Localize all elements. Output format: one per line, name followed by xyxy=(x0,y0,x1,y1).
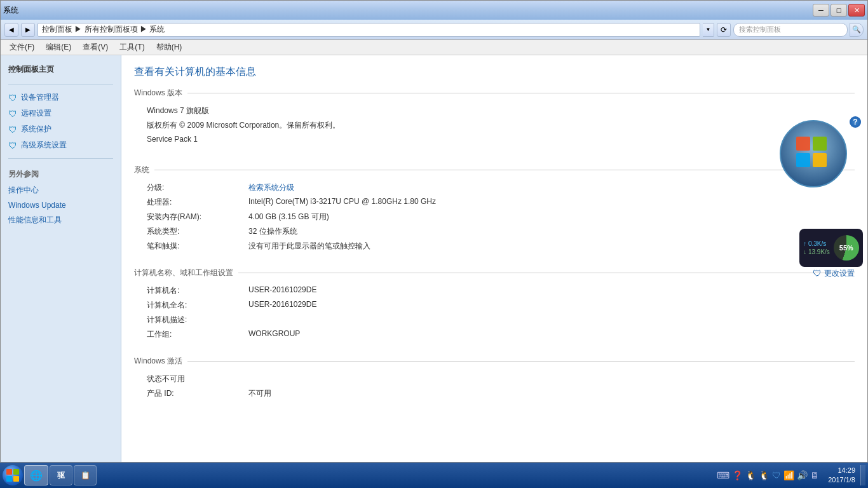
sidebar-item-action-center[interactable]: 操作中心 xyxy=(1,182,121,198)
computer-name-label: 计算机名: xyxy=(147,286,179,295)
activation-status: 状态不可用 xyxy=(147,374,185,383)
clock-date: 2017/1/8 xyxy=(828,475,855,485)
section-line-3 xyxy=(238,273,855,273)
rating-row: 分级: 检索系统分级 xyxy=(134,180,855,195)
driver-taskbar-btn[interactable]: 驱 xyxy=(50,465,72,485)
address-dropdown-button[interactable]: ▼ xyxy=(703,23,714,37)
upload-speed: ↑ 0.3K/s xyxy=(803,240,830,247)
download-speed: ↓ 13.9K/s xyxy=(803,248,830,255)
windows-version-label: Windows 版本 xyxy=(134,88,182,98)
content-area: ? xyxy=(121,55,867,462)
menu-tools[interactable]: 工具(T) xyxy=(114,41,149,54)
svg-rect-1 xyxy=(796,137,810,151)
sidebar-item-advanced[interactable]: 🛡 高级系统设置 xyxy=(1,137,121,153)
shield-tray-icon: 🛡 xyxy=(772,470,781,480)
full-name-label: 计算机全名: xyxy=(147,301,187,309)
service-pack-row: Service Pack 1 xyxy=(134,133,855,146)
svg-rect-8 xyxy=(13,476,19,482)
clock-time: 14:29 xyxy=(837,466,855,475)
taskbar: 🌐 驱 📋 ⌨ ❓ 🐧 🐧 🛡 📶 🔊 🖥 14:29 2017/1/8 xyxy=(0,463,868,488)
sidebar-item-protection[interactable]: 🛡 系统保护 xyxy=(1,121,121,137)
product-id-label: 产品 ID: xyxy=(147,389,174,398)
activation-status-row: 状态不可用 xyxy=(134,372,855,386)
title-bar: 系统 ─ □ ✕ xyxy=(1,1,867,20)
show-desktop-button[interactable] xyxy=(860,465,865,485)
input-taskbar-btn[interactable]: 📋 xyxy=(74,465,97,485)
system-section-label: 系统 xyxy=(134,165,149,175)
search-input[interactable]: 搜索控制面板 xyxy=(733,23,848,37)
menu-bar: 文件(F) 编辑(E) 查看(V) 工具(T) 帮助(H) xyxy=(1,40,867,55)
ram-value: 4.00 GB (3.15 GB 可用) xyxy=(248,212,329,221)
sidebar-home-link[interactable]: 控制面板主页 xyxy=(1,62,121,79)
menu-file[interactable]: 文件(F) xyxy=(4,41,39,54)
workgroup-label: 工作组: xyxy=(147,330,172,339)
forward-button[interactable]: ▶ xyxy=(21,23,35,37)
network-widget: ↑ 0.3K/s ↓ 13.9K/s 55% xyxy=(799,229,863,267)
sidebar-item-device-manager[interactable]: 🛡 设备管理器 xyxy=(1,90,121,105)
activation-table: 状态不可用 产品 ID: 不可用 xyxy=(134,372,855,401)
change-settings-link[interactable]: 更改设置 xyxy=(824,268,855,278)
breadcrumb: 控制面板 ▶ 所有控制面板项 ▶ 系统 xyxy=(42,24,165,35)
pen-touch-row: 笔和触摸: 没有可用于此显示器的笔或触控输入 xyxy=(134,239,855,254)
product-id-row: 产品 ID: 不可用 xyxy=(134,386,855,401)
computer-name-section-label: 计算机名称、域和工作组设置 xyxy=(134,268,233,278)
ie-taskbar-btn[interactable]: 🌐 xyxy=(24,465,48,485)
address-path[interactable]: 控制面板 ▶ 所有控制面板项 ▶ 系统 xyxy=(37,23,700,37)
shield-icon-1: 🛡 xyxy=(8,93,17,103)
qq2-tray-icon: 🐧 xyxy=(759,470,770,480)
sidebar-divider-2 xyxy=(8,158,113,159)
copyright-text: 版权所有 © 2009 Microsoft Corporation。保留所有权利… xyxy=(147,121,340,130)
windows-edition: Windows 7 旗舰版 xyxy=(147,106,209,115)
section-line-2 xyxy=(154,170,855,170)
edition-row: Windows 7 旗舰版 xyxy=(134,104,855,118)
sidebar-item-windows-update[interactable]: Windows Update xyxy=(1,198,121,212)
minimize-button[interactable]: ─ xyxy=(813,4,829,17)
computer-name-row: 计算机名: USER-20161029DE xyxy=(134,283,855,298)
activation-section-label: Windows 激活 xyxy=(134,356,182,367)
menu-view[interactable]: 查看(V) xyxy=(78,41,113,54)
window-title: 系统 xyxy=(3,5,813,16)
shield-icon-3: 🛡 xyxy=(8,125,17,135)
shield-icon-2: 🛡 xyxy=(8,109,17,119)
rating-label: 分级: xyxy=(147,183,164,192)
section-line-4 xyxy=(187,361,855,362)
description-label: 计算机描述: xyxy=(147,315,187,324)
main-area: 控制面板主页 🛡 设备管理器 🛡 远程设置 🛡 系统保护 🛡 高级系统设置 另外… xyxy=(1,55,867,462)
qq-tray-icon: 🐧 xyxy=(745,470,756,480)
svg-rect-4 xyxy=(813,153,827,167)
svg-rect-7 xyxy=(6,476,12,482)
sidebar-item-remote[interactable]: 🛡 远程设置 xyxy=(1,105,121,121)
network-stats: ↑ 0.3K/s ↓ 13.9K/s xyxy=(803,240,830,255)
sidebar-item-performance[interactable]: 性能信息和工具 xyxy=(1,212,121,228)
pen-touch-value: 没有可用于此显示器的笔或触控输入 xyxy=(248,241,370,250)
pen-touch-label: 笔和触摸: xyxy=(147,241,179,250)
sidebar-divider-1 xyxy=(8,84,113,85)
help-button[interactable]: ? xyxy=(850,116,861,128)
system-clock: 14:29 2017/1/8 xyxy=(824,466,859,485)
window-controls: ─ □ ✕ xyxy=(813,4,865,17)
maximize-button[interactable]: □ xyxy=(831,4,847,17)
main-window: 系统 ─ □ ✕ ◀ ▶ 控制面板 ▶ 所有控制面板项 ▶ 系统 ▼ ⟳ 搜索控… xyxy=(0,0,868,463)
processor-label: 处理器: xyxy=(147,198,172,207)
svg-rect-2 xyxy=(813,137,827,151)
shield-icon-4: 🛡 xyxy=(8,140,17,151)
start-button[interactable] xyxy=(3,465,23,485)
system-section-divider: 系统 xyxy=(134,165,855,175)
windows-version-table: Windows 7 旗舰版 版权所有 © 2009 Microsoft Corp… xyxy=(134,104,855,146)
sidebar: 控制面板主页 🛡 设备管理器 🛡 远程设置 🛡 系统保护 🛡 高级系统设置 另外… xyxy=(1,55,121,462)
rating-link[interactable]: 检索系统分级 xyxy=(248,183,294,192)
search-placeholder: 搜索控制面板 xyxy=(739,25,781,34)
search-button[interactable]: 🔍 xyxy=(850,23,864,37)
back-button[interactable]: ◀ xyxy=(4,23,18,37)
svg-rect-5 xyxy=(6,469,12,475)
service-pack-text: Service Pack 1 xyxy=(147,135,198,144)
display-tray-icon: 🖥 xyxy=(810,470,819,480)
section-line-1 xyxy=(187,93,855,93)
svg-rect-6 xyxy=(13,469,19,475)
full-name-value: USER-20161029DE xyxy=(248,300,316,309)
menu-help[interactable]: 帮助(H) xyxy=(151,41,187,54)
refresh-button[interactable]: ⟳ xyxy=(717,23,731,37)
menu-edit[interactable]: 编辑(E) xyxy=(41,41,76,54)
windows-version-divider: Windows 版本 xyxy=(134,88,855,98)
close-button[interactable]: ✕ xyxy=(848,4,865,17)
